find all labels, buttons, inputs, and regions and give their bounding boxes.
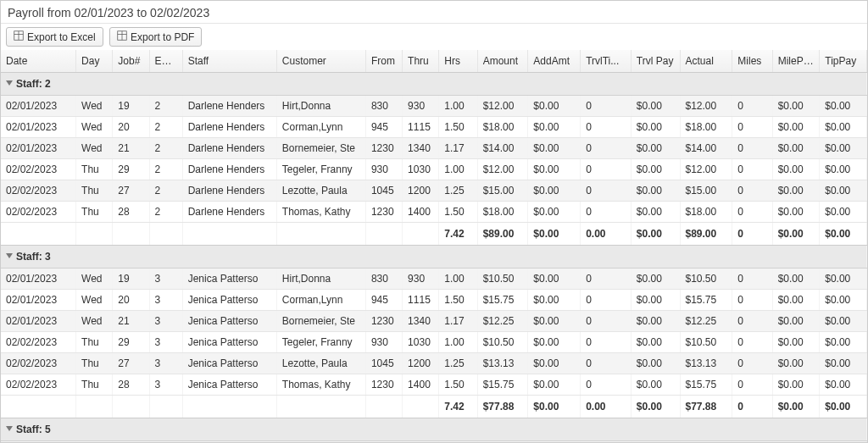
col-thru[interactable]: Thru <box>403 50 439 73</box>
cell-miles: 0 <box>732 138 772 159</box>
col-addamt[interactable]: AddAmt <box>528 50 581 73</box>
cell-milepay: $0.00 <box>772 96 820 117</box>
table-row[interactable]: 02/01/2023Wed202Darlene HendersCorman,Ly… <box>1 117 867 138</box>
col-miles[interactable]: Miles <box>732 50 772 73</box>
col-amount[interactable]: Amount <box>477 50 528 73</box>
cell-customer: Tegeler, Franny <box>276 159 365 180</box>
cell-thru: 1100 <box>403 441 439 443</box>
cell-date: 02/01/2023 <box>1 441 76 443</box>
col-trvlpay[interactable]: Trvl Pay <box>631 50 680 73</box>
cell-actual: $10.50 <box>680 269 732 290</box>
summary-cell-tippay: $0.00 <box>820 396 867 418</box>
cell-trvlpay: $0.00 <box>631 290 680 311</box>
cell-thru: 1200 <box>403 353 439 374</box>
cell-job: 19 <box>113 96 149 117</box>
cell-addamt: $0.00 <box>528 332 581 353</box>
cell-tippay: $0.00 <box>820 290 867 311</box>
cell-miles: 0 <box>732 353 772 374</box>
table-row[interactable]: 02/01/2023Wed225Amanda MasonArnold, Kerr… <box>1 441 867 443</box>
cell-staff: Darlene Henders <box>182 202 276 223</box>
cell-emp: 3 <box>149 269 182 290</box>
col-trvlti[interactable]: TrvlTi... <box>581 50 632 73</box>
cell-job: 19 <box>113 269 149 290</box>
cell-trvlti: 0 <box>581 180 632 202</box>
table-row[interactable]: 02/02/2023Thu293Jenica PattersoTegeler, … <box>1 332 867 353</box>
col-customer[interactable]: Customer <box>276 50 365 73</box>
summary-cell-emp <box>149 396 182 418</box>
col-tippay[interactable]: TipPay <box>820 50 867 73</box>
cell-staff: Jenica Patterso <box>182 311 276 332</box>
group-summary: 7.42$77.88$0.000.00$0.00$77.880$0.00$0.0… <box>1 396 867 418</box>
table-row[interactable]: 02/02/2023Thu272Darlene HendersLezotte, … <box>1 180 867 202</box>
col-emp[interactable]: Emp# <box>149 50 182 73</box>
cell-from: 930 <box>365 159 402 180</box>
cell-amount: $13.13 <box>477 353 528 374</box>
col-date[interactable]: Date <box>1 50 76 73</box>
table-row[interactable]: 02/01/2023Wed212Darlene HendersBornemeie… <box>1 138 867 159</box>
col-actual[interactable]: Actual <box>680 50 732 73</box>
summary-cell-milepay: $0.00 <box>772 223 820 246</box>
cell-actual: $15.75 <box>680 290 732 311</box>
export-excel-button[interactable]: Export to Excel <box>6 27 103 47</box>
cell-emp: 2 <box>149 159 182 180</box>
col-from[interactable]: From <box>365 50 402 73</box>
summary-cell-hrs: 7.42 <box>439 223 477 246</box>
cell-addamt: $0.00 <box>528 290 581 311</box>
summary-cell-day <box>76 396 113 418</box>
cell-staff: Darlene Henders <box>182 180 276 202</box>
summary-cell-job <box>113 396 149 418</box>
cell-trvlti: 0 <box>581 159 632 180</box>
cell-milepay: $0.00 <box>772 311 820 332</box>
cell-trvlti: 0 <box>581 202 632 223</box>
cell-trvlti: 0 <box>581 311 632 332</box>
cell-staff: Amanda Mason <box>182 441 276 443</box>
summary-cell-from <box>365 396 402 418</box>
summary-cell-amount: $77.88 <box>477 396 528 418</box>
cell-milepay: $0.00 <box>772 290 820 311</box>
group-header[interactable]: Staff: 5 <box>1 418 867 441</box>
table-row[interactable]: 02/02/2023Thu283Jenica PattersoThomas, K… <box>1 374 867 396</box>
cell-from: 1045 <box>365 180 402 202</box>
col-milepay[interactable]: MilePay <box>772 50 820 73</box>
cell-job: 22 <box>113 441 149 443</box>
cell-day: Thu <box>76 202 113 223</box>
cell-actual: $15.00 <box>680 180 732 202</box>
cell-emp: 3 <box>149 374 182 396</box>
cell-milepay: $0.00 <box>772 374 820 396</box>
cell-emp: 3 <box>149 290 182 311</box>
summary-cell-addamt: $0.00 <box>528 396 581 418</box>
col-staff[interactable]: Staff <box>182 50 276 73</box>
cell-day: Thu <box>76 180 113 202</box>
cell-hrs: 1.25 <box>439 353 477 374</box>
table-row[interactable]: 02/01/2023Wed192Darlene HendersHirt,Donn… <box>1 96 867 117</box>
cell-hrs: 1.50 <box>439 202 477 223</box>
table-row[interactable]: 02/02/2023Thu292Darlene HendersTegeler, … <box>1 159 867 180</box>
group-header[interactable]: Staff: 3 <box>1 246 867 269</box>
cell-addamt: $0.00 <box>528 269 581 290</box>
cell-actual: $18.00 <box>680 117 732 138</box>
page-title: Payroll from 02/01/2023 to 02/02/2023 <box>1 1 867 24</box>
table-row[interactable]: 02/01/2023Wed203Jenica PattersoCorman,Ly… <box>1 290 867 311</box>
table-row[interactable]: 02/01/2023Wed213Jenica PattersoBornemeie… <box>1 311 867 332</box>
cell-amount: $18.00 <box>477 202 528 223</box>
table-row[interactable]: 02/02/2023Thu273Jenica PattersoLezotte, … <box>1 353 867 374</box>
cell-amount: $23.00 <box>477 441 528 443</box>
cell-from: 905 <box>365 441 402 443</box>
cell-thru: 1200 <box>403 180 439 202</box>
cell-amount: $18.00 <box>477 117 528 138</box>
col-hrs[interactable]: Hrs <box>439 50 477 73</box>
cell-milepay: $0.00 <box>772 332 820 353</box>
col-job[interactable]: Job# <box>113 50 149 73</box>
cell-job: 20 <box>113 117 149 138</box>
cell-hrs: 1.50 <box>439 374 477 396</box>
cell-thru: 1030 <box>403 332 439 353</box>
table-row[interactable]: 02/02/2023Thu282Darlene HendersThomas, K… <box>1 202 867 223</box>
export-pdf-button[interactable]: Export to PDF <box>109 27 202 47</box>
table-row[interactable]: 02/01/2023Wed193Jenica PattersoHirt,Donn… <box>1 269 867 290</box>
col-day[interactable]: Day <box>76 50 113 73</box>
group-header[interactable]: Staff: 2 <box>1 73 867 96</box>
cell-date: 02/01/2023 <box>1 117 76 138</box>
grid-scroll[interactable]: Date Day Job# Emp# Staff Customer From T… <box>1 50 867 442</box>
summary-cell-trvlpay: $0.00 <box>631 396 680 418</box>
cell-actual: $12.25 <box>680 311 732 332</box>
